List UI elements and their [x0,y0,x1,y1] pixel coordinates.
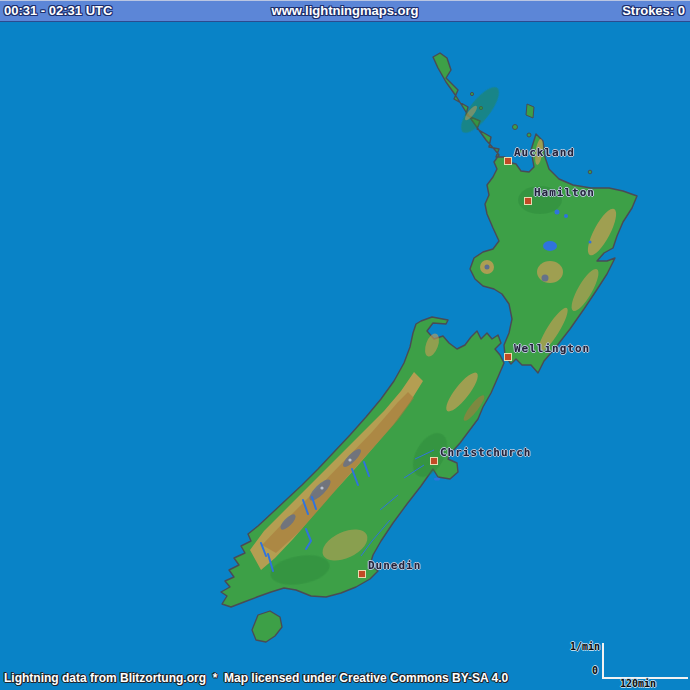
city-marker [504,353,512,361]
city-marker [504,157,512,165]
city-label: Auckland [514,146,575,159]
legend-time-label: 120min [620,678,656,689]
city-label: Christchurch [440,446,531,459]
city-label: Wellington [514,342,590,355]
strokes-counter: Strokes: 0 [622,1,685,21]
city-marker [524,197,532,205]
legend-rate-label: 1/min [570,641,600,652]
site-title-link[interactable]: www.lightningmaps.org [272,1,419,21]
header-bar: 00:31 - 02:31 UTC www.lightningmaps.org … [0,0,690,22]
city-marker [430,457,438,465]
legend-y-axis [602,643,604,679]
attribution-text: Lightning data from Blitzortung.org * Ma… [4,671,508,685]
city-label: Dunedin [368,559,421,572]
city-label: Hamilton [534,186,595,199]
time-range-label: 00:31 - 02:31 UTC [4,1,112,21]
city-marker [358,570,366,578]
legend-zero-label: 0 [570,665,598,676]
stewart-island [252,611,282,642]
lake-taupo [543,241,557,251]
lightning-map[interactable]: Auckland Hamilton Wellington Christchurc… [0,22,690,690]
